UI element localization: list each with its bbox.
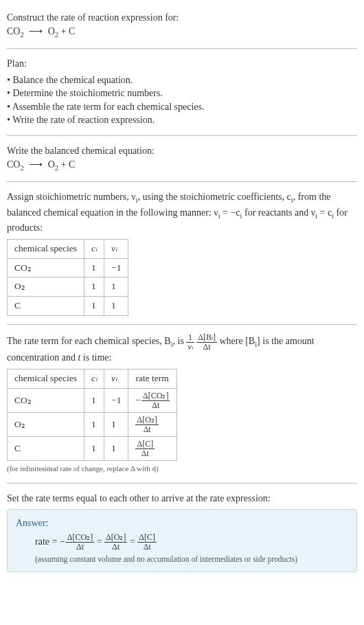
eq-plus: + — [58, 26, 69, 36]
rateterm-section: The rate term for each chemical species,… — [7, 328, 357, 480]
numerator: Δ[CO₂] — [141, 391, 170, 401]
fraction: Δ[C]Δt — [135, 440, 155, 457]
final-section: Set the rate terms equal to each other t… — [7, 486, 357, 578]
table-row: C 1 1 Δ[C]Δt — [8, 437, 177, 461]
cell-vi: 1 — [104, 277, 128, 297]
rateterm-table: chemical species cᵢ νᵢ rate term CO₂ 1 −… — [7, 369, 177, 461]
text: for reactants and ν — [242, 207, 315, 218]
equals-sign: = — [130, 536, 137, 547]
numerator: 1 — [186, 333, 194, 343]
col-species: chemical species — [8, 239, 84, 258]
eq-plus: + — [58, 159, 69, 170]
cell-ci: 1 — [84, 437, 104, 461]
eq-arrow: ⟶ — [26, 159, 45, 170]
cell-species: C — [8, 437, 84, 461]
text: Assign stoichiometric numbers, ν — [7, 192, 136, 202]
cell-ci: 1 — [84, 277, 104, 297]
plan-list: Balance the chemical equation. Determine… — [7, 73, 357, 127]
cell-species: CO₂ — [8, 388, 84, 412]
plan-title: Plan: — [7, 57, 357, 71]
denominator: Δt — [66, 543, 94, 552]
equals-sign: = — [97, 536, 104, 547]
table-row: O₂ 1 1 — [8, 277, 128, 297]
answer-note: (assuming constant volume and no accumul… — [16, 554, 348, 565]
fraction: Δ[CO₂]Δt — [66, 533, 94, 551]
eq-arrow: ⟶ — [26, 26, 45, 36]
col-ci: cᵢ — [84, 370, 104, 389]
divider — [7, 48, 357, 49]
cell-species: CO₂ — [8, 258, 84, 277]
numerator: Δ[O₂] — [104, 533, 127, 543]
fraction: Δ[C]Δt — [137, 533, 157, 551]
plan-item: Write the rate of reaction expression. — [7, 113, 357, 127]
col-ci: cᵢ — [84, 239, 104, 258]
text: is time: — [80, 352, 111, 363]
cell-vi: −1 — [104, 388, 128, 412]
numerator: Δ[C] — [135, 440, 155, 449]
text: νᵢ — [111, 243, 117, 253]
text: = c — [317, 207, 332, 218]
cell-rate: Δ[O₂]Δt — [128, 413, 177, 437]
eq-rhs1: O — [48, 159, 55, 170]
text: Δt — [203, 342, 211, 352]
divider — [7, 324, 357, 325]
denominator: νᵢ — [186, 343, 194, 352]
text: , using the stoichiometric coefficients,… — [137, 192, 291, 202]
rateterm-intro: The rate term for each chemical species,… — [7, 333, 357, 365]
eq-rhs1: O — [48, 26, 55, 36]
cell-species: O₂ — [8, 277, 84, 297]
rate-label: rate = — [35, 536, 60, 547]
rateterm-note: (for infinitesimal rate of change, repla… — [7, 464, 357, 474]
cell-vi: 1 — [104, 437, 128, 461]
text: cᵢ — [91, 373, 97, 383]
plan-item: Determine the stoichiometric numbers. — [7, 87, 357, 100]
balanced-section: Write the balanced chemical equation: CO… — [7, 139, 357, 179]
text: The rate term for each chemical species,… — [7, 337, 171, 347]
table-row: CO₂ 1 −1 −Δ[CO₂]Δt — [8, 388, 177, 412]
denominator: Δt — [135, 425, 158, 434]
table-row: CO₂ 1 −1 — [8, 258, 128, 277]
final-title: Set the rate terms equal to each other t… — [7, 492, 357, 505]
divider — [7, 181, 357, 182]
answer-label: Answer: — [16, 516, 348, 530]
numerator: Δ[Bᵢ] — [196, 333, 217, 343]
denominator: Δt — [104, 543, 127, 552]
cell-vi: −1 — [104, 258, 128, 277]
table-row: O₂ 1 1 Δ[O₂]Δt — [8, 413, 177, 437]
eq-lhs-sub: 2 — [20, 30, 23, 38]
denominator: Δt — [137, 543, 157, 552]
cell-species: O₂ — [8, 413, 84, 437]
answer-box: Answer: rate = −Δ[CO₂]Δt = Δ[O₂]Δt = Δ[C… — [7, 509, 357, 572]
divider — [7, 483, 357, 484]
plan-section: Plan: Balance the chemical equation. Det… — [7, 52, 357, 133]
cell-ci: 1 — [84, 413, 104, 437]
eq-lhs: CO — [7, 26, 20, 36]
text: where [B — [219, 337, 255, 347]
fraction: Δ[CO₂]Δt — [141, 391, 170, 409]
balanced-equation: CO2 ⟶ O2 + C — [7, 158, 357, 173]
col-vi: νᵢ — [104, 370, 128, 389]
divider — [7, 135, 357, 136]
text: cᵢ — [91, 243, 97, 253]
fraction: Δ[O₂]Δt — [104, 533, 127, 551]
denominator: Δt — [141, 401, 170, 410]
fraction: 1νᵢ — [186, 333, 194, 351]
text: νᵢ — [111, 373, 117, 383]
plan-item: Assemble the rate term for each chemical… — [7, 100, 357, 114]
col-species: chemical species — [8, 370, 84, 389]
cell-vi: 1 — [104, 297, 128, 316]
cell-ci: 1 — [84, 297, 104, 316]
numerator: Δ[C] — [137, 533, 157, 543]
cell-vi: 1 — [104, 413, 128, 437]
cell-rate: Δ[C]Δt — [128, 437, 177, 461]
cell-ci: 1 — [84, 258, 104, 277]
eq-lhs-sub: 2 — [20, 163, 23, 171]
eq-lhs: CO — [7, 159, 20, 170]
denominator: Δt — [135, 449, 155, 458]
text: = −c — [220, 207, 240, 218]
text: , is — [173, 337, 187, 347]
eq-rhs2: C — [69, 26, 75, 36]
balanced-title: Write the balanced chemical equation: — [7, 144, 357, 158]
negative-sign: − — [135, 395, 141, 405]
negative-sign: − — [60, 536, 65, 547]
